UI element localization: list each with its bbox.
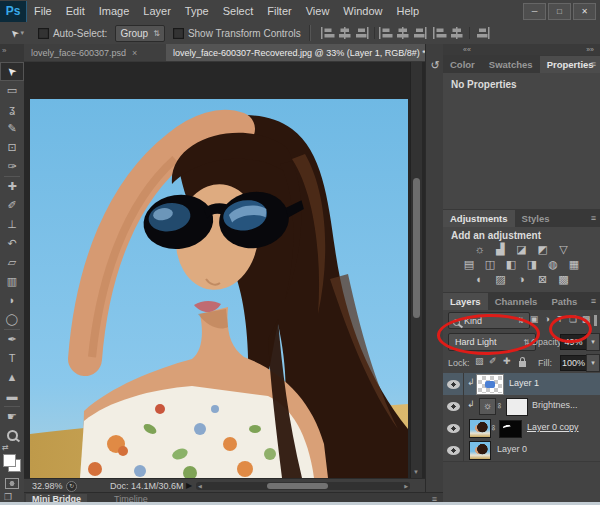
curves-icon[interactable]: ◪ xyxy=(514,243,530,256)
brightness-contrast-icon[interactable]: ☼ xyxy=(472,243,488,256)
layer-name[interactable]: Layer 1 xyxy=(509,378,539,388)
exposure-icon[interactable]: ◩ xyxy=(535,243,551,256)
gradient-map-icon[interactable]: ▩ xyxy=(556,273,572,286)
selective-color-icon[interactable]: ⊠ xyxy=(535,273,551,286)
panel-menu-icon[interactable]: ≡ xyxy=(591,296,596,306)
menu-layer[interactable]: Layer xyxy=(136,1,178,22)
tool-brush[interactable]: ✐ xyxy=(0,196,24,215)
menu-help[interactable]: Help xyxy=(389,1,426,22)
swap-colors-icon[interactable]: ⇄ xyxy=(2,443,9,452)
collapse-panels-right-icon[interactable]: »» xyxy=(586,46,594,53)
menu-filter[interactable]: Filter xyxy=(260,1,298,22)
fill-value-field[interactable]: 100% xyxy=(560,355,587,371)
hue-saturation-icon[interactable]: ▤ xyxy=(461,258,477,271)
tool-eyedropper[interactable]: ✑ xyxy=(0,157,24,176)
scroll-right-icon[interactable]: ▶ xyxy=(404,483,408,489)
eye-icon[interactable] xyxy=(447,380,460,389)
collapse-panels-left-icon[interactable]: «« xyxy=(463,46,471,53)
horizontal-scrollbar[interactable]: ◀ ▶ xyxy=(196,482,410,490)
visibility-cell[interactable] xyxy=(443,439,464,461)
tool-move[interactable]: ➤ xyxy=(0,62,24,81)
layer-1-thumbnail[interactable] xyxy=(477,375,503,394)
tool-pen[interactable]: ✒ xyxy=(0,330,24,349)
show-transform-checkbox[interactable] xyxy=(173,28,184,39)
lock-image-pixels-icon[interactable]: ✐ xyxy=(489,356,497,366)
tool-spot-healing-brush[interactable]: ✚ xyxy=(0,177,24,196)
tool-eraser[interactable]: ▱ xyxy=(0,253,24,272)
menu-image[interactable]: Image xyxy=(92,1,137,22)
tool-type[interactable]: T xyxy=(0,349,24,368)
group-select[interactable]: Group ⇅ xyxy=(115,25,165,42)
document-size-info[interactable]: Doc: 14.1M/30.6M xyxy=(110,481,184,491)
vertical-scrollbar-thumb[interactable] xyxy=(413,178,420,318)
tool-clone-stamp[interactable]: ⊥ xyxy=(0,215,24,234)
menu-view[interactable]: View xyxy=(299,1,337,22)
tab-adjustments[interactable]: Adjustments xyxy=(443,210,515,227)
minimize-button[interactable]: ─ xyxy=(523,3,546,20)
tab-paths[interactable]: Paths xyxy=(544,293,584,310)
posterize-icon[interactable]: ▨ xyxy=(493,273,509,286)
auto-select-checkbox[interactable] xyxy=(38,28,49,39)
panel-menu-icon[interactable]: ≡ xyxy=(591,213,596,223)
layer-name[interactable]: Layer 0 copy xyxy=(527,422,579,432)
brightness-adjustment-icon[interactable]: ☼ xyxy=(479,398,496,415)
align-distribute-icons[interactable] xyxy=(321,26,491,40)
tab-color[interactable]: Color xyxy=(443,56,482,73)
panel-menu-icon[interactable]: ≡ xyxy=(591,59,596,69)
invert-icon[interactable]: ◐ xyxy=(472,273,488,286)
scroll-down-icon[interactable]: ▼ xyxy=(413,469,419,475)
vibrance-icon[interactable]: ▽ xyxy=(556,243,572,256)
status-options-arrow-icon[interactable]: ▶ xyxy=(186,481,192,490)
lock-position-icon[interactable]: ✚ xyxy=(503,356,511,366)
tool-history-brush[interactable]: ↶ xyxy=(0,234,24,253)
layer-name[interactable]: Brightnes... xyxy=(532,400,578,410)
tab-close-icon[interactable]: × xyxy=(132,48,137,58)
tool-lasso[interactable]: ʓ xyxy=(0,100,24,119)
menu-type[interactable]: Type xyxy=(178,1,216,22)
tool-rectangular-marquee[interactable]: ▭ xyxy=(0,81,24,100)
tab-layers[interactable]: Layers xyxy=(443,293,488,310)
threshold-icon[interactable]: ◑ xyxy=(514,273,530,286)
tool-rectangle[interactable]: ▬ xyxy=(0,387,24,406)
vertical-scrollbar[interactable]: ▼ xyxy=(410,62,422,478)
history-panel-icon[interactable]: ↺ xyxy=(428,58,442,72)
photo-filter-icon[interactable]: ◨ xyxy=(524,258,540,271)
tab-swatches[interactable]: Swatches xyxy=(482,56,540,73)
eye-icon[interactable] xyxy=(447,424,460,433)
document-image[interactable] xyxy=(30,99,408,478)
visibility-cell[interactable] xyxy=(443,373,464,395)
black-white-icon[interactable]: ◧ xyxy=(503,258,519,271)
fill-dropdown-icon[interactable]: ▾ xyxy=(586,354,600,372)
screen-mode-icon[interactable]: ❐ xyxy=(4,492,12,502)
document-tab-1[interactable]: lovely_face-600307.psd × xyxy=(24,44,167,61)
tab-styles[interactable]: Styles xyxy=(515,210,557,227)
filter-toggle-switch[interactable] xyxy=(594,315,597,326)
color-lookup-icon[interactable]: ▦ xyxy=(566,258,582,271)
tool-quick-selection[interactable]: ✎ xyxy=(0,119,24,138)
tool-hand[interactable]: ☛ xyxy=(0,407,24,426)
lock-transparent-pixels-icon[interactable]: ▨ xyxy=(475,356,484,366)
levels-icon[interactable]: ▟ xyxy=(493,243,509,256)
lock-all-icon[interactable] xyxy=(519,361,526,367)
layer-0-thumbnail[interactable] xyxy=(469,441,491,460)
visibility-cell[interactable] xyxy=(443,395,464,417)
color-balance-icon[interactable]: ◫ xyxy=(482,258,498,271)
layer-name[interactable]: Layer 0 xyxy=(497,444,527,454)
eye-icon[interactable] xyxy=(447,446,460,455)
layer-row-layer-0-copy[interactable]: ∞ Layer 0 copy xyxy=(443,417,600,440)
menu-window[interactable]: Window xyxy=(336,1,389,22)
layer-row-layer-0[interactable]: Layer 0 xyxy=(443,439,600,462)
layer-0-copy-thumbnail[interactable] xyxy=(469,419,491,438)
maximize-button[interactable]: □ xyxy=(548,3,571,20)
menu-edit[interactable]: Edit xyxy=(59,1,92,22)
zoom-level-field[interactable]: 32.98% xyxy=(32,481,63,491)
tool-dodge[interactable]: ◯ xyxy=(0,310,24,329)
tool-preset-dropdown-icon[interactable]: ▾ xyxy=(20,29,24,37)
layer-mask-thumbnail[interactable] xyxy=(499,420,522,438)
quick-mask-icon[interactable] xyxy=(5,478,19,489)
channel-mixer-icon[interactable]: ◍ xyxy=(545,258,561,271)
tool-path-selection[interactable]: ▲ xyxy=(0,368,24,387)
tool-blur[interactable]: ◗ xyxy=(0,291,24,310)
menu-select[interactable]: Select xyxy=(216,1,261,22)
visibility-cell[interactable] xyxy=(443,417,464,439)
